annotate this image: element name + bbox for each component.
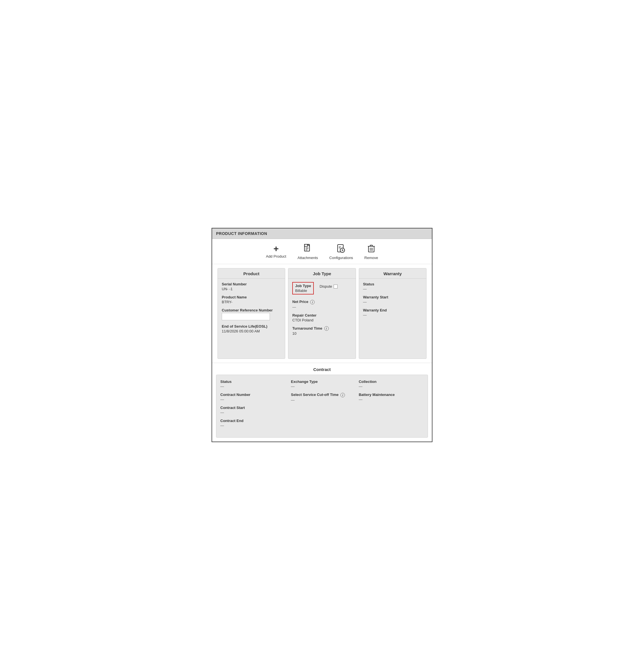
contract-section: Contract Status — Contract Number — Cont… [212, 363, 432, 442]
contract-end-value: — [220, 424, 285, 428]
repair-center-field: Repair Center CTDI Poland [292, 313, 352, 322]
warranty-status-label: Status [363, 282, 422, 286]
net-price-field: Net Price i — [292, 299, 352, 309]
job-type-value: Billable [295, 289, 311, 293]
customer-reference-label: Customer Reference Number [222, 308, 281, 312]
customer-reference-field: Customer Reference Number [222, 308, 281, 320]
contract-number-field: Contract Number — [220, 392, 285, 402]
product-panel: Product Serial Number UN- -1 Product Nam… [218, 268, 285, 359]
remove-label: Remove [365, 256, 378, 260]
contract-title: Contract [216, 367, 428, 372]
turnaround-time-field: Turnaround Time i 10 [292, 326, 352, 336]
collection-label: Collection [359, 379, 421, 384]
warranty-panel-body: Status — Warranty Start — Warranty End — [359, 279, 426, 324]
contract-status-field: Status — [220, 379, 285, 389]
configurations-icon [337, 244, 345, 255]
warranty-start-label: Warranty Start [363, 295, 422, 299]
net-price-label: Net Price i [292, 299, 352, 304]
dispute-area: Dispute [319, 284, 337, 289]
net-price-info-icon: i [310, 300, 315, 304]
exchange-type-value: — [291, 384, 353, 389]
net-price-value: — [292, 305, 352, 309]
product-panel-title: Product [218, 268, 285, 279]
contract-end-field: Contract End — [220, 419, 285, 428]
battery-maintenance-value: — [359, 397, 421, 402]
svg-point-8 [342, 250, 343, 251]
turnaround-time-info-icon: i [324, 326, 329, 331]
job-type-row: Job Type Billable Dispute [292, 282, 352, 296]
collection-field: Collection — [359, 379, 421, 389]
battery-maintenance-field: Battery Maintenance — [359, 392, 421, 402]
job-type-panel-title: Job Type [288, 268, 355, 279]
remove-button[interactable]: Remove [365, 244, 378, 260]
remove-icon [367, 244, 375, 255]
warranty-end-label: Warranty End [363, 308, 422, 312]
exchange-type-label: Exchange Type [291, 379, 353, 384]
serial-number-label: Serial Number [222, 282, 281, 286]
warranty-start-field: Warranty Start — [363, 295, 422, 304]
contract-number-label: Contract Number [220, 392, 285, 397]
attachments-icon [304, 244, 312, 255]
serial-number-value: UN- -1 [222, 287, 281, 291]
contract-grid: Status — Contract Number — Contract Star… [220, 379, 424, 432]
dispute-checkbox[interactable] [333, 284, 338, 289]
exchange-type-field: Exchange Type — [291, 379, 353, 389]
service-cutoff-value: — [291, 398, 353, 402]
contract-col-2: Exchange Type — Select Service Cut-off T… [288, 379, 356, 432]
contract-col-1: Status — Contract Number — Contract Star… [220, 379, 288, 432]
service-cutoff-label: Select Service Cut-off Time i [291, 392, 353, 397]
add-product-button[interactable]: + Add Product [266, 244, 286, 260]
turnaround-time-value: 10 [292, 331, 352, 336]
attachments-button[interactable]: Attachments [298, 244, 318, 260]
section-header: PRODUCT INFORMATION [212, 228, 432, 239]
serial-number-field: Serial Number UN- -1 [222, 282, 281, 291]
contract-start-label: Contract Start [220, 405, 285, 410]
contract-end-label: Contract End [220, 419, 285, 423]
add-product-label: Add Product [266, 254, 286, 258]
product-name-value: BTRY- [222, 300, 281, 304]
contract-start-field: Contract Start — [220, 405, 285, 415]
warranty-end-field: Warranty End — [363, 308, 422, 317]
customer-reference-input[interactable] [222, 313, 270, 320]
warranty-status-value: — [363, 287, 422, 291]
configurations-button[interactable]: Configurations [329, 244, 353, 260]
job-type-field: Job Type Billable Dispute [292, 282, 352, 296]
contract-start-value: — [220, 411, 285, 415]
product-panel-body: Serial Number UN- -1 Product Name BTRY- … [218, 279, 285, 341]
warranty-panel-title: Warranty [359, 268, 426, 279]
contract-col-3: Collection — Battery Maintenance — [356, 379, 424, 432]
repair-center-value: CTDI Poland [292, 318, 352, 322]
contract-status-label: Status [220, 379, 285, 384]
configurations-label: Configurations [329, 256, 353, 260]
product-name-label: Product Name [222, 295, 281, 299]
warranty-panel: Warranty Status — Warranty Start — Warra… [359, 268, 426, 359]
job-type-box: Job Type Billable [292, 282, 314, 296]
warranty-end-value: — [363, 313, 422, 317]
contract-status-value: — [220, 384, 285, 389]
service-cutoff-field: Select Service Cut-off Time i — [291, 392, 353, 402]
contract-number-value: — [220, 397, 285, 402]
contract-panel: Status — Contract Number — Contract Star… [216, 375, 428, 438]
turnaround-time-label: Turnaround Time i [292, 326, 352, 331]
job-type-panel: Job Type Job Type Billable Dispute [288, 268, 356, 359]
battery-maintenance-label: Battery Maintenance [359, 392, 421, 397]
product-information-container: PRODUCT INFORMATION + Add Product Attach… [211, 228, 433, 442]
collection-value: — [359, 384, 421, 389]
eosl-value: 11/8/2026 05:00:00 AM [222, 329, 281, 333]
add-product-icon: + [273, 244, 279, 253]
svg-rect-13 [370, 245, 372, 246]
service-cutoff-info-icon: i [340, 393, 345, 397]
product-name-field: Product Name BTRY- [222, 295, 281, 304]
section-title: PRODUCT INFORMATION [216, 231, 267, 236]
eosl-label: End of Service Life(EOSL) [222, 324, 281, 329]
attachments-label: Attachments [298, 256, 318, 260]
job-type-panel-body: Job Type Billable Dispute Net Price i [288, 279, 355, 343]
dispute-label: Dispute [319, 284, 332, 289]
svg-rect-1 [304, 244, 307, 246]
eosl-field: End of Service Life(EOSL) 11/8/2026 05:0… [222, 324, 281, 333]
repair-center-label: Repair Center [292, 313, 352, 318]
warranty-start-value: — [363, 300, 422, 304]
job-type-label: Job Type [295, 284, 311, 288]
panels-row: Product Serial Number UN- -1 Product Nam… [212, 264, 432, 363]
warranty-status-field: Status — [363, 282, 422, 291]
